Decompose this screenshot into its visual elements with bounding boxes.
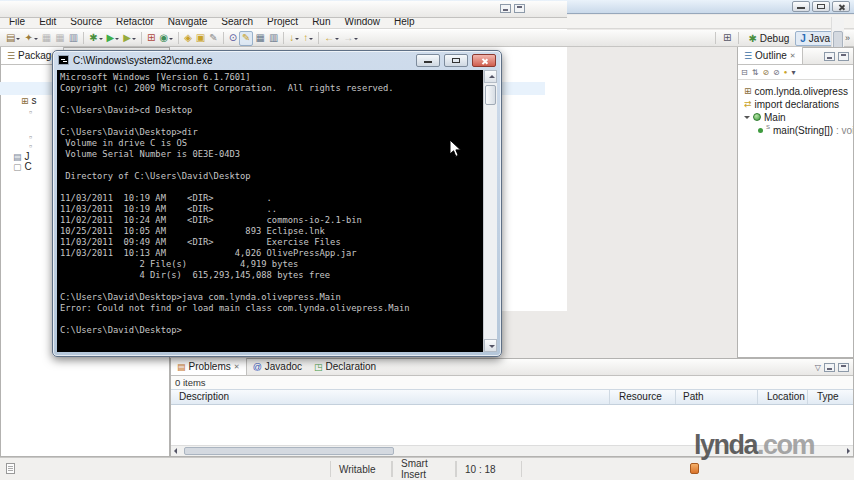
show-table-button[interactable]: ▦: [253, 31, 266, 46]
close-icon[interactable]: [832, 1, 850, 12]
run-icon: ▶: [107, 33, 115, 43]
editor-maximize-icon[interactable]: [514, 4, 525, 13]
new-wizard-button[interactable]: ▤: [4, 31, 22, 46]
cmd-minimize-icon[interactable]: [416, 54, 440, 67]
run-button[interactable]: ▶: [105, 31, 122, 46]
tree-item-classpath-file[interactable]: ▢C: [13, 161, 32, 172]
problems-maximize-icon[interactable]: [838, 363, 849, 372]
expander-icon[interactable]: [744, 116, 750, 122]
hide-fields-icon[interactable]: ⊘: [762, 68, 769, 77]
restore-icon[interactable]: [812, 1, 830, 12]
terminal-line: [60, 94, 483, 105]
tree-item[interactable]: ▫: [29, 141, 35, 151]
close-tab-icon[interactable]: ✕: [234, 363, 240, 371]
annotation-mark-icon: ✎: [209, 33, 217, 43]
outline-item-class-main[interactable]: Main: [744, 111, 853, 123]
sort-icon[interactable]: ⇅: [752, 68, 759, 77]
tree-item-src[interactable]: ⊞s: [21, 95, 37, 106]
outline-minimize-icon[interactable]: [824, 52, 835, 61]
debug-button[interactable]: ✱: [87, 31, 104, 46]
scroll-right-icon[interactable]: [847, 448, 850, 454]
problems-icon: ▤: [177, 362, 186, 372]
perspective-java-button[interactable]: J Java: [795, 31, 835, 46]
external-tools-button[interactable]: ◉: [157, 31, 175, 46]
next-annotation-button[interactable]: ↓: [287, 31, 301, 46]
close-tab-icon[interactable]: ✕: [790, 52, 796, 60]
coverage-button[interactable]: ⊞: [145, 31, 157, 46]
show-columns-button[interactable]: ▥: [267, 31, 280, 46]
toolbar-separator: [283, 32, 284, 44]
terminal-line: [60, 160, 483, 171]
static-marker: S: [766, 124, 770, 130]
table-icon: ▦: [255, 33, 264, 43]
cmd-scrollbar-thumb[interactable]: [485, 85, 496, 105]
perspective-debug-button[interactable]: ✱ Debug: [744, 31, 793, 46]
problems-tabbar: ▤ Problems ✕ @ Javadoc ◳ Declaration ▽: [171, 359, 853, 376]
annotation-mark-button[interactable]: ✎: [207, 31, 219, 46]
previous-annotation-button[interactable]: ↑: [301, 31, 315, 46]
open-perspective-icon: ⊞: [723, 33, 731, 43]
outline-tabbar: ☰ Outline ✕: [738, 48, 853, 65]
editor-minimize-icon[interactable]: [500, 4, 511, 13]
column-resource[interactable]: Resource: [619, 391, 662, 402]
column-divider[interactable]: [807, 390, 808, 404]
hide-non-public-icon[interactable]: ●: [784, 69, 788, 75]
terminal[interactable]: Microsoft Windows [Version 6.1.7601] Cop…: [57, 70, 483, 352]
scroll-up-icon[interactable]: [484, 70, 497, 83]
column-divider[interactable]: [675, 390, 676, 404]
save-all-button[interactable]: ▦: [53, 31, 66, 46]
hide-static-icon[interactable]: ⊘: [773, 68, 780, 77]
filter-icon[interactable]: ▽: [815, 363, 821, 372]
outline-item-method-main[interactable]: S main(String[]) : void: [758, 124, 853, 136]
scroll-down-icon[interactable]: [484, 339, 497, 352]
method-icon: [758, 128, 763, 133]
fast-view-icon[interactable]: [6, 463, 15, 474]
search-button[interactable]: ⊙: [227, 31, 239, 46]
mark-occurrences-button[interactable]: ✎: [239, 31, 253, 46]
column-path[interactable]: Path: [683, 391, 704, 402]
column-description[interactable]: Description: [179, 391, 229, 402]
column-type[interactable]: Type: [817, 391, 839, 402]
package-icon: ⊞: [744, 86, 752, 96]
tree-item[interactable]: ▫: [29, 107, 35, 117]
cmd-maximize-icon[interactable]: [444, 54, 468, 67]
print-button[interactable]: ▥: [67, 31, 80, 46]
toolbar-overflow-chevron[interactable]: »: [845, 33, 850, 43]
tab-outline[interactable]: ☰ Outline ✕: [738, 47, 803, 64]
tab-javadoc-label: Javadoc: [265, 361, 302, 372]
column-divider[interactable]: [757, 390, 758, 404]
view-menu-icon[interactable]: ▾: [791, 68, 795, 77]
minimize-icon[interactable]: [792, 1, 810, 12]
terminal-line: 11/03/2011 10:19 AM <DIR> ..: [60, 204, 483, 215]
tab-javadoc[interactable]: @ Javadoc: [247, 358, 308, 375]
back-button[interactable]: ←: [322, 31, 341, 46]
forward-icon: →: [343, 33, 353, 43]
cmd-titlebar[interactable]: C:\Windows\system32\cmd.exe: [53, 51, 501, 69]
open-perspective-button[interactable]: ⊞: [721, 31, 733, 46]
column-divider[interactable]: [609, 390, 610, 404]
package-icon: ⊞: [21, 96, 29, 106]
problems-minimize-icon[interactable]: [824, 363, 835, 372]
open-type-button[interactable]: ◈: [182, 31, 194, 46]
outline-item-label: com.lynda.olivepress: [755, 86, 848, 97]
tab-problems[interactable]: ▤ Problems ✕: [171, 358, 247, 375]
save-button[interactable]: ▦: [40, 31, 53, 46]
run-last-button[interactable]: ▶: [121, 31, 138, 46]
lynda-watermark: lynda.com: [694, 430, 814, 461]
outline-item-imports[interactable]: ⇄ import declarations: [744, 98, 853, 110]
forward-button[interactable]: →: [341, 31, 360, 46]
cmd-window[interactable]: C:\Windows\system32\cmd.exe Microsoft Wi…: [52, 50, 502, 357]
new-java-element-button[interactable]: ✦: [22, 31, 39, 46]
cmd-scrollbar[interactable]: [483, 70, 497, 352]
column-location[interactable]: Location: [767, 391, 805, 402]
collapse-all-icon[interactable]: ⊟: [741, 68, 748, 77]
terminal-line: 4 Dir(s) 615,293,145,088 bytes free: [60, 270, 483, 281]
open-resource-button[interactable]: ▣: [194, 31, 207, 46]
outline-item-package[interactable]: ⊞ com.lynda.olivepress: [744, 85, 853, 97]
scroll-left-icon[interactable]: [174, 448, 177, 454]
outline-maximize-icon[interactable]: [838, 52, 849, 61]
hscrollbar-thumb[interactable]: [184, 447, 394, 455]
cmd-close-icon[interactable]: [472, 54, 496, 67]
status-indicator-icon: [690, 463, 699, 474]
tab-declaration[interactable]: ◳ Declaration: [308, 358, 382, 375]
